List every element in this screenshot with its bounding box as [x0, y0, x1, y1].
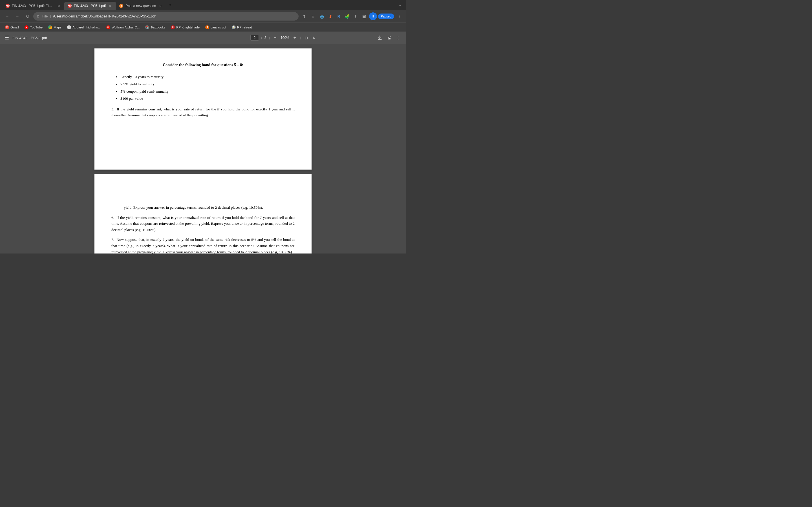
pdf-q5-cont-text: yield. Express your answer in percentage…	[124, 205, 263, 210]
pdf-page-2: Consider the following bond for question…	[94, 48, 312, 170]
tab-1[interactable]: PDF FIN 4243 - PS5-1.pdf: FIN424... ✕	[2, 2, 64, 10]
pdf-bullet-1: Exactly 10 years to maturity	[120, 74, 295, 80]
bookmark-rp-retreat[interactable]: 📝 RP retreat	[230, 24, 254, 31]
url-separator: |	[50, 14, 51, 18]
rp-knightshade-favicon: R	[171, 25, 175, 29]
pdf-q6-number: 6.	[111, 216, 116, 220]
navigation-bar: ← → ↻ 🗋 File | /Users/holdencampbell/Dow…	[0, 10, 406, 22]
bookmark-button[interactable]: ☆	[309, 12, 317, 20]
youtube-favicon: ▶	[24, 25, 29, 29]
tab-expand-button[interactable]: ⌄	[396, 1, 404, 9]
address-bar[interactable]: 🗋 File | /Users/holdencampbell/Downloads…	[33, 12, 299, 20]
bookmark-maps[interactable]: 📍 Maps	[46, 24, 64, 31]
pdf-bullet-2: 7.5% yield to maturity	[120, 81, 295, 87]
bookmarks-bar: M Gmail ▶ YouTube 📍 Maps ✦ Apparel : kic…	[0, 22, 406, 32]
tab-2-close[interactable]: ✕	[108, 4, 112, 8]
pdf-divider-1: |	[269, 36, 270, 40]
extension-1-icon[interactable]: ◎	[318, 13, 326, 20]
bookmark-rp-knightshade-label: RP Knightshade	[176, 25, 200, 29]
bookmark-gmail-label: Gmail	[10, 25, 19, 29]
download-button[interactable]: ⬇	[352, 13, 359, 20]
extension-2-icon[interactable]: T	[327, 13, 334, 20]
tab-1-title: FIN 4243 - PS5-1.pdf: FIN424...	[12, 4, 54, 8]
file-icon: 🗋	[37, 14, 40, 18]
bookmark-canvas[interactable]: ✿ canvas ucf	[203, 24, 229, 31]
pdf-question-5: 5. If the yield remains constant, what i…	[111, 106, 295, 118]
bookmark-maps-label: Maps	[54, 25, 61, 29]
pdf-question-6: 6. If the yield remains constant, what i…	[111, 215, 295, 233]
pdf-zoom-value: 100%	[280, 36, 290, 40]
pdf-q5-continuation: yield. Express your answer in percentage…	[124, 205, 295, 211]
tab-2-favicon: PDF	[68, 4, 71, 8]
split-view-button[interactable]: ▣	[361, 13, 368, 20]
chrome-menu-button[interactable]: ⋮	[395, 12, 403, 20]
bookmark-textbooks[interactable]: 📚 Textbooks	[143, 24, 167, 31]
tab-3-favicon: C	[119, 4, 123, 8]
pdf-menu-button[interactable]: ☰	[4, 35, 9, 41]
wolfram-favicon: W	[106, 25, 110, 29]
extensions-area: ◎ T R 🧩 ⬇ ▣	[318, 13, 368, 20]
profile-initial: H	[371, 14, 374, 18]
extension-3-icon[interactable]: R	[335, 13, 343, 20]
bookmark-gmail[interactable]: M Gmail	[3, 24, 21, 31]
tab-bar: PDF FIN 4243 - PS5-1.pdf: FIN424... ✕ PD…	[0, 0, 406, 10]
textbooks-favicon: 📚	[145, 25, 149, 29]
back-button[interactable]: ←	[3, 12, 11, 20]
pdf-toolbar-actions: 🖨 ⋮	[376, 34, 402, 42]
pdf-page-3: yield. Express your answer in percentage…	[94, 174, 312, 253]
bookmark-apparel-label: Apparel : kickwho...	[72, 25, 101, 29]
bookmark-canvas-label: canvas ucf	[211, 25, 226, 29]
pdf-q7-number: 7.	[111, 237, 116, 242]
url-text: /Users/holdencampbell/Downloads/FIN%2042…	[53, 14, 156, 18]
bookmark-youtube[interactable]: ▶ YouTube	[22, 24, 45, 31]
pdf-fit-button[interactable]: ⊡	[304, 35, 309, 41]
bookmark-textbooks-label: Textbooks	[151, 25, 165, 29]
bookmark-wolfram-label: Wolfram|Alpha: C...	[112, 25, 140, 29]
file-label: File	[42, 14, 48, 18]
pdf-zoom-out-button[interactable]: −	[273, 35, 277, 41]
rp-retreat-favicon: 📝	[232, 25, 236, 29]
new-tab-button[interactable]: +	[166, 1, 174, 9]
share-button[interactable]: ⬆	[300, 12, 308, 20]
maps-favicon: 📍	[48, 25, 52, 29]
pdf-page2-bullets: Exactly 10 years to maturity 7.5% yield …	[120, 74, 295, 101]
pdf-q5-number: 5.	[111, 107, 117, 111]
profile-button[interactable]: H	[369, 12, 377, 20]
tab-2-title: FIN 4243 - PS5-1.pdf	[74, 4, 106, 8]
pdf-divider-2: |	[300, 36, 301, 40]
tab-1-close[interactable]: ✕	[56, 4, 61, 8]
tab-1-favicon: PDF	[6, 4, 10, 8]
bookmark-wolfram[interactable]: W Wolfram|Alpha: C...	[104, 24, 142, 31]
pdf-page-input[interactable]	[250, 35, 259, 41]
paused-label: Paused	[381, 15, 391, 18]
tab-3[interactable]: C Post a new question ✕	[116, 2, 166, 10]
forward-button[interactable]: →	[13, 12, 21, 20]
refresh-button[interactable]: ↻	[23, 12, 32, 20]
pdf-content-area[interactable]: Consider the following bond for question…	[0, 44, 406, 253]
pdf-page-separator: /	[261, 36, 262, 40]
pdf-toolbar: ☰ FIN 4243 - PS5-1.pdf / 2 | − 100% + | …	[0, 32, 406, 44]
tab-3-close[interactable]: ✕	[158, 4, 163, 8]
tab-2[interactable]: PDF FIN 4243 - PS5-1.pdf ✕	[64, 2, 116, 10]
pdf-q7-text: Now suppose that, in exactly 7 years, th…	[111, 237, 295, 253]
pdf-zoom-in-button[interactable]: +	[292, 35, 297, 41]
bookmark-youtube-label: YouTube	[30, 25, 43, 29]
gmail-favicon: M	[5, 25, 9, 29]
download-icon	[377, 35, 382, 40]
pdf-q6-text: If the yield remains constant, what is y…	[111, 216, 295, 232]
bookmark-rp-retreat-label: RP retreat	[237, 25, 252, 29]
pdf-bullet-4: $100 par value	[120, 96, 295, 102]
pdf-q5-text: If the yield remains constant, what is y…	[111, 107, 295, 117]
pdf-question-7: 7. Now suppose that, in exactly 7 years,…	[111, 237, 295, 253]
canvas-favicon: ✿	[205, 25, 209, 29]
paused-button[interactable]: Paused	[378, 13, 394, 19]
pdf-print-button[interactable]: 🖨	[386, 34, 393, 41]
pdf-page-controls: / 2 | − 100% + | ⊡ ↻	[194, 35, 373, 41]
bookmark-rp-knightshade[interactable]: R RP Knightshade	[168, 24, 202, 31]
pdf-download-button[interactable]	[376, 34, 384, 41]
bookmark-apparel[interactable]: ✦ Apparel : kickwho...	[65, 24, 103, 31]
pdf-title: FIN 4243 - PS5-1.pdf	[12, 36, 191, 40]
extensions-button[interactable]: 🧩	[344, 13, 351, 20]
pdf-rotate-button[interactable]: ↻	[311, 35, 317, 41]
pdf-more-button[interactable]: ⋮	[395, 34, 402, 42]
